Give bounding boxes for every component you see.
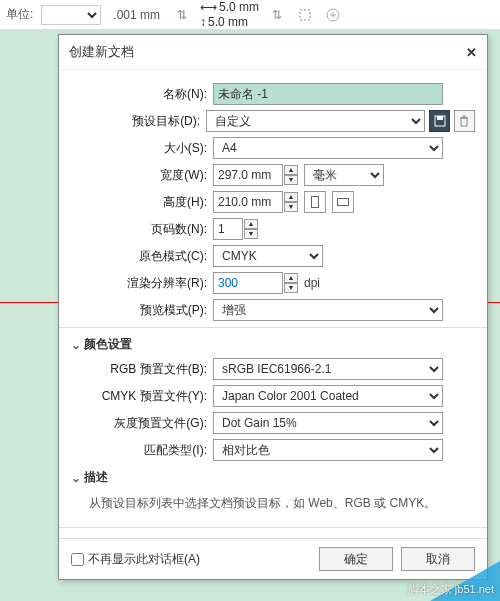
orientation-landscape[interactable] [332,191,354,213]
height-label: 高度(H): [71,194,213,211]
dont-show-checkbox[interactable]: 不再显示此对话框(A) [71,551,200,568]
watermark-text: 脚本之家 jb51.net [408,582,494,597]
preview-select[interactable]: 增强 [213,299,443,321]
height-spinner[interactable]: ▲▼ [284,192,298,212]
size-select[interactable]: A4 [213,137,443,159]
dx-value: 5.0 mm [219,0,259,14]
intent-label: 匹配类型(I): [71,442,213,459]
width-unit-select[interactable]: 毫米 [304,164,384,186]
nudge-y-icon: ↕ [200,15,206,29]
pages-spinner[interactable]: ▲▼ [244,219,258,239]
colormode-select[interactable]: CMYK [213,245,323,267]
width-spinner[interactable]: ▲▼ [284,165,298,185]
color-section-header[interactable]: ⌄颜色设置 [71,336,475,353]
width-label: 宽度(W): [71,167,213,184]
close-icon[interactable]: ✕ [466,45,477,60]
preset-label: 预设目标(D): [71,113,206,130]
gray-label: 灰度预置文件(G): [71,415,213,432]
caret-icon: ⌄ [71,338,80,352]
dy-value: 5.0 mm [208,15,248,29]
spinner-icon-2[interactable]: ⇅ [267,5,287,25]
svg-rect-3 [437,116,443,120]
dialog-title: 创建新文档 [69,43,134,61]
pages-input[interactable] [213,218,243,240]
spinner-icon[interactable]: ⇅ [172,5,192,25]
svg-rect-0 [300,10,310,20]
caret-icon: ⌄ [71,471,80,485]
add-icon[interactable] [323,5,343,25]
unit-label: 单位: [6,6,33,23]
res-unit: dpi [304,276,320,290]
pages-label: 页码数(N): [71,221,213,238]
cmyk-select[interactable]: Japan Color 2001 Coated [213,385,443,407]
description-text: 从预设目标列表中选择文档预设目标，如 Web、RGB 或 CMYK。 [71,490,475,521]
name-input[interactable] [213,83,443,105]
intent-select[interactable]: 相对比色 [213,439,443,461]
ok-button[interactable]: 确定 [319,547,393,571]
new-document-dialog: 创建新文档 ✕ 名称(N): 预设目标(D): 自定义 大小(S): A4 宽度… [58,34,488,580]
rgb-label: RGB 预置文件(B): [71,361,213,378]
cmyk-label: CMYK 预置文件(Y): [71,388,213,405]
unit-select[interactable] [41,5,101,25]
snap-icon[interactable] [295,5,315,25]
desc-section-header[interactable]: ⌄描述 [71,469,475,486]
preset-select[interactable]: 自定义 [206,110,425,132]
rgb-select[interactable]: sRGB IEC61966-2.1 [213,358,443,380]
res-label: 渲染分辨率(R): [71,275,213,292]
res-input[interactable] [213,272,283,294]
orientation-portrait[interactable] [304,191,326,213]
save-preset-button[interactable] [429,110,450,132]
delete-preset-button[interactable] [454,110,475,132]
height-input[interactable] [213,191,283,213]
gray-select[interactable]: Dot Gain 15% [213,412,443,434]
preview-label: 预览模式(P): [71,302,213,319]
dont-show-input[interactable] [71,553,84,566]
size-label: 大小(S): [71,140,213,157]
colormode-label: 原色模式(C): [71,248,213,265]
nudge-x-icon: ⟷ [200,0,217,14]
name-label: 名称(N): [71,86,213,103]
precision-value: .001 mm [109,8,164,22]
res-spinner[interactable]: ▲▼ [284,273,298,293]
top-toolbar: 单位: .001 mm ⇅ ⟷5.0 mm ↕5.0 mm ⇅ [0,0,500,30]
width-input[interactable] [213,164,283,186]
